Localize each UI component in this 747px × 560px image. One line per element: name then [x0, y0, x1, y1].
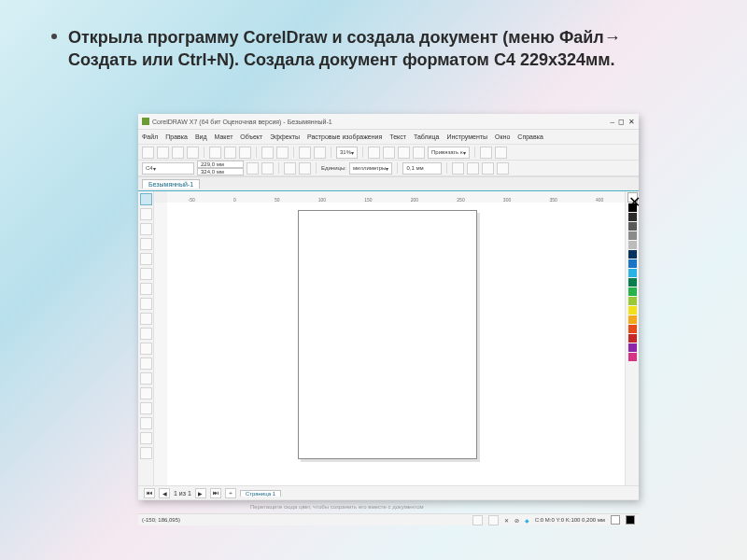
menu-layout[interactable]: Макет — [215, 133, 233, 140]
new-button[interactable] — [142, 147, 154, 159]
color-swatch[interactable] — [628, 297, 637, 305]
no-color-swatch[interactable]: ✕ — [627, 192, 638, 203]
undo-button[interactable] — [261, 147, 274, 159]
misc-button[interactable] — [482, 162, 494, 175]
property-bar: C4 ▾ 229,0 мм 324,0 мм Единицы: миллимет… — [138, 161, 639, 176]
first-page-button[interactable]: ⏮ — [144, 488, 155, 498]
color-swatch[interactable] — [628, 250, 637, 259]
treat-as-filled-button[interactable] — [467, 162, 479, 175]
grid-button[interactable] — [398, 147, 410, 159]
guides-button[interactable] — [413, 147, 425, 159]
zoom-tool[interactable] — [140, 238, 152, 250]
maximize-button[interactable]: ◻ — [618, 118, 625, 126]
add-page-button[interactable]: ＋ — [225, 488, 236, 498]
color-swatch[interactable] — [628, 353, 637, 361]
menu-view[interactable]: Вид — [195, 133, 207, 140]
eyedropper-tool[interactable] — [140, 417, 152, 429]
prev-page-button[interactable]: ◀ — [159, 488, 170, 498]
table-tool[interactable] — [140, 343, 152, 355]
freehand-tool[interactable] — [140, 253, 152, 265]
rulers-button[interactable] — [383, 147, 395, 159]
export-button[interactable] — [314, 147, 326, 159]
duplicate-distance-button[interactable] — [452, 162, 464, 175]
last-page-button[interactable]: ⏭ — [210, 488, 221, 498]
color-swatch[interactable] — [628, 222, 637, 231]
units-label: Единицы: — [321, 165, 346, 171]
connector-tool[interactable] — [140, 372, 152, 385]
artistic-media-tool[interactable] — [140, 268, 152, 280]
color-swatch[interactable] — [628, 269, 637, 277]
next-page-button[interactable]: ▶ — [195, 488, 206, 498]
color-swatch[interactable] — [628, 241, 637, 249]
color-swatch[interactable] — [628, 278, 637, 287]
menu-tools[interactable]: Инструменты — [446, 133, 487, 140]
color-swatch[interactable] — [628, 231, 637, 240]
menu-help[interactable]: Справка — [517, 133, 543, 140]
menu-text[interactable]: Текст — [389, 133, 406, 140]
menu-object[interactable]: Объект — [240, 133, 262, 140]
color-swatch[interactable] — [628, 259, 637, 268]
page-preset-combo[interactable]: C4 ▾ — [142, 162, 194, 175]
import-button[interactable] — [299, 147, 311, 159]
redo-button[interactable] — [276, 147, 289, 159]
color-swatch[interactable] — [628, 287, 637, 296]
dimension-tool[interactable] — [140, 357, 152, 370]
outline-info-icon: ◆ — [525, 517, 529, 524]
copy-button[interactable] — [224, 147, 236, 159]
page-height-field[interactable]: 324,0 мм — [197, 168, 244, 175]
color-swatch[interactable] — [628, 213, 637, 221]
transparency-tool[interactable] — [140, 402, 152, 414]
outline-swatch[interactable] — [626, 515, 635, 525]
shape-tool[interactable] — [140, 208, 152, 220]
status-icon[interactable] — [472, 515, 483, 525]
rectangle-tool[interactable] — [140, 283, 152, 295]
launch-button[interactable] — [495, 147, 507, 159]
menu-bitmaps[interactable]: Растровые изображения — [307, 133, 382, 140]
separator — [316, 162, 317, 174]
crop-tool[interactable] — [140, 223, 152, 235]
color-swatch[interactable] — [628, 334, 637, 343]
fullscreen-button[interactable] — [368, 147, 380, 159]
units-combo[interactable]: миллиметры ▾ — [349, 162, 393, 175]
color-swatch[interactable] — [628, 343, 637, 352]
status-icon[interactable] — [488, 515, 499, 525]
all-pages-button[interactable] — [284, 162, 296, 175]
drawing-canvas[interactable] — [167, 203, 625, 485]
paste-button[interactable] — [239, 147, 251, 159]
page-width-field[interactable]: 229,0 мм — [197, 161, 244, 168]
menu-effects[interactable]: Эффекты — [270, 133, 300, 140]
color-swatch[interactable] — [628, 325, 637, 333]
print-button[interactable] — [187, 147, 199, 159]
close-button[interactable]: ✕ — [628, 118, 635, 126]
polygon-tool[interactable] — [140, 313, 152, 325]
open-button[interactable] — [157, 147, 169, 159]
text-tool[interactable] — [140, 328, 152, 340]
save-button[interactable] — [172, 147, 184, 159]
menu-window[interactable]: Окно — [495, 133, 510, 140]
fill-swatch[interactable] — [611, 515, 620, 525]
pick-tool[interactable] — [140, 193, 152, 205]
current-page-button[interactable] — [299, 162, 311, 175]
menu-edit[interactable]: Правка — [165, 133, 188, 140]
menu-file[interactable]: Файл — [142, 133, 158, 140]
outline-tool[interactable] — [140, 447, 152, 459]
document-page[interactable] — [298, 210, 477, 459]
vertical-ruler[interactable] — [154, 203, 168, 485]
portrait-button[interactable] — [247, 162, 259, 175]
snap-combo[interactable]: Привязать к ▾ — [428, 147, 470, 159]
landscape-button[interactable] — [261, 162, 274, 175]
nudge-field[interactable]: 0,1 мм — [402, 162, 442, 175]
options-button[interactable] — [480, 147, 492, 159]
misc2-button[interactable] — [497, 162, 509, 175]
ellipse-tool[interactable] — [140, 298, 152, 310]
color-swatch[interactable] — [628, 315, 637, 324]
page-tab[interactable]: Страница 1 — [240, 490, 281, 497]
cut-button[interactable] — [209, 147, 221, 159]
color-swatch[interactable] — [628, 306, 637, 315]
dropshadow-tool[interactable] — [140, 387, 152, 399]
zoom-combo[interactable]: 31% ▾ — [336, 147, 358, 159]
document-tab[interactable]: Безымянный-1 — [142, 179, 200, 189]
menu-table[interactable]: Таблица — [414, 133, 439, 140]
minimize-button[interactable]: – — [611, 118, 614, 126]
fill-tool[interactable] — [140, 432, 152, 444]
